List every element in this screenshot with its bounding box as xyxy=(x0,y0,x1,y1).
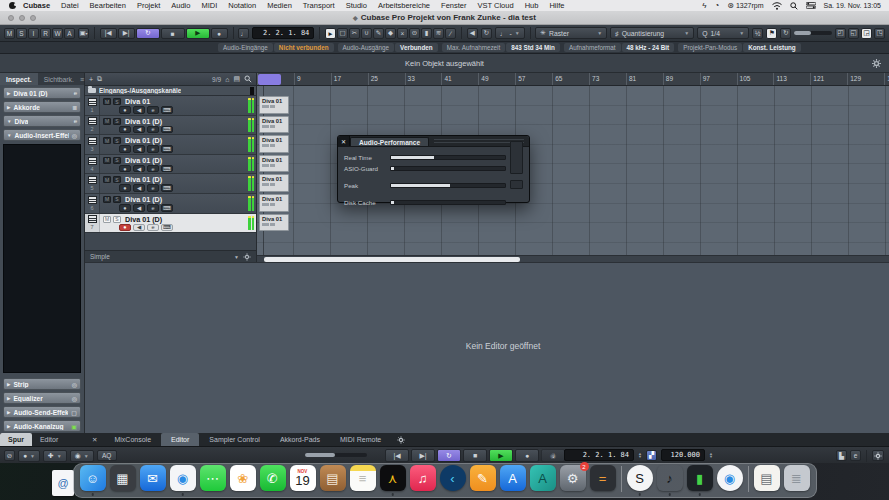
instrument-button[interactable]: ⌨ xyxy=(161,106,173,114)
sync-button[interactable]: e xyxy=(850,450,861,461)
dock-item[interactable]: ◉ xyxy=(170,465,196,491)
monitor-button[interactable]: ◀ xyxy=(133,126,145,134)
mute-button[interactable]: m xyxy=(103,98,111,105)
go-to-start-button[interactable]: |◀ xyxy=(100,28,117,39)
horizontal-scroll-thumb[interactable] xyxy=(264,257,520,262)
instrument-button[interactable]: ⌨ xyxy=(161,126,173,134)
section-action-icon[interactable]: e xyxy=(74,90,77,96)
audio-performance-window[interactable]: ✕ Audio-Performance Real Time xyxy=(337,135,530,203)
zone-toggle-button[interactable]: ◳ xyxy=(874,28,885,39)
time-format-note-icon[interactable]: ♩ xyxy=(552,451,560,460)
instrument-button[interactable]: ⌨ xyxy=(161,224,173,232)
quantize-preset-select[interactable]: Q1/4▼ xyxy=(697,27,749,39)
edit-channel-button[interactable]: e xyxy=(147,184,159,192)
zone-toggle-button[interactable]: ◲ xyxy=(861,28,872,39)
monitor-button[interactable]: ◀ xyxy=(133,165,145,173)
tool-button[interactable]: ✎ xyxy=(373,28,384,39)
section-action-icon[interactable]: ◎ xyxy=(72,395,77,402)
dock-app-icon[interactable]: NOV 19 xyxy=(290,465,316,491)
play-button[interactable]: ▶ xyxy=(489,449,513,462)
monitor-button[interactable]: ◀ xyxy=(133,145,145,153)
info-value[interactable]: Nicht verbunden xyxy=(274,43,334,52)
dock-app-icon[interactable]: S xyxy=(627,465,653,491)
dock-item[interactable]: ☺ xyxy=(80,465,106,491)
midi-part[interactable]: Diva 01 xyxy=(259,135,289,153)
dock-item[interactable]: NOV 19 xyxy=(290,465,316,491)
automation-button[interactable]: S xyxy=(16,28,27,39)
mute-button[interactable]: m xyxy=(103,196,111,203)
automation-button[interactable]: M xyxy=(4,28,15,39)
spotlight-search-icon[interactable] xyxy=(790,2,798,10)
dock-app-icon[interactable]: ◉ xyxy=(170,465,196,491)
menu-item[interactable]: Fenster xyxy=(441,1,466,10)
midi-part[interactable]: Diva 01 xyxy=(259,174,289,192)
audio-performance-titlebar[interactable]: ✕ Audio-Performance xyxy=(338,136,529,147)
dock-item[interactable]: ▮ xyxy=(687,465,713,491)
go-to-end-button[interactable]: ▶| xyxy=(411,449,435,462)
dock-app-icon[interactable]: ❀ xyxy=(230,465,256,491)
dock-item[interactable]: ✎ xyxy=(470,465,496,491)
autoscroll-select[interactable]: ♩-▼ xyxy=(495,27,525,39)
mute-button[interactable]: m xyxy=(103,216,111,223)
record-button[interactable]: ● xyxy=(515,449,539,462)
dock-item[interactable]: ▤ xyxy=(754,465,780,491)
midi-activity-icon[interactable]: ▙ xyxy=(836,450,847,461)
dock-app-icon[interactable]: ▮ xyxy=(687,465,713,491)
mute-button[interactable]: m xyxy=(103,157,111,164)
dock-app-icon[interactable]: ✎ xyxy=(470,465,496,491)
solo-button[interactable]: s xyxy=(113,196,121,203)
stop-button[interactable]: ■ xyxy=(463,449,487,462)
track-name[interactable]: Diva 01 (D) xyxy=(125,117,162,126)
audio-quantize-button[interactable]: AQ xyxy=(97,450,117,461)
fan-speed-indicator[interactable]: ⊛ 1327rpm xyxy=(727,1,763,10)
dock-app-icon[interactable]: A xyxy=(500,465,526,491)
cycle-button[interactable]: ↻ xyxy=(136,28,160,39)
menu-item[interactable]: MIDI xyxy=(201,1,217,10)
play-button[interactable]: ▶ xyxy=(186,28,210,39)
horizontal-scrollbar[interactable] xyxy=(257,255,889,262)
add-track-button[interactable]: + xyxy=(89,76,93,83)
dock-app-icon[interactable]: ✉ xyxy=(140,465,166,491)
dock-app-icon[interactable]: ♫ xyxy=(410,465,436,491)
record-enable-button[interactable]: ● xyxy=(119,106,131,114)
record-enable-button[interactable]: ● xyxy=(119,224,131,232)
mute-button[interactable]: m xyxy=(103,176,111,183)
midi-part[interactable]: Diva 01 xyxy=(259,155,289,173)
tool-button[interactable]: ✂ xyxy=(349,28,360,39)
tempo-track-icon[interactable]: ▞ xyxy=(646,450,657,461)
cycle-locator-range[interactable] xyxy=(258,74,281,85)
tool-button[interactable]: ▮ xyxy=(421,28,432,39)
tool-button[interactable]: ≋ xyxy=(433,28,444,39)
track-name[interactable]: Diva 01 (D) xyxy=(125,215,162,224)
tab-inspector[interactable]: Inspect. xyxy=(0,73,38,85)
metronome-note-icon[interactable]: ♩ xyxy=(238,28,249,39)
marker-mode-select[interactable]: ◉▼ xyxy=(70,450,94,462)
solo-button[interactable]: s xyxy=(113,157,121,164)
lower-zone-tab[interactable]: MIDI Remote xyxy=(330,433,391,446)
event-canvas[interactable]: Diva 01 Diva 01 Diva 01 xyxy=(257,86,889,255)
section-action-icon[interactable]: ◎ xyxy=(72,132,77,139)
dock-item[interactable] xyxy=(747,466,750,492)
monitor-button[interactable]: ◀ xyxy=(133,106,145,114)
monitor-button[interactable]: ◀ xyxy=(133,184,145,192)
automation-button[interactable]: W xyxy=(52,28,63,39)
punch-mode-select[interactable]: ✚▼ xyxy=(43,450,67,462)
control-center-icon[interactable] xyxy=(806,2,816,9)
mute-button[interactable]: m xyxy=(103,137,111,144)
dock-item[interactable]: A xyxy=(500,465,526,491)
edit-channel-button[interactable]: e xyxy=(147,224,159,232)
dock-app-icon[interactable]: ⋯ xyxy=(200,465,226,491)
tool-button[interactable]: × xyxy=(397,28,408,39)
dock-app-icon[interactable]: = xyxy=(590,465,616,491)
monitor-button[interactable]: ◀ xyxy=(133,204,145,212)
midi-part[interactable]: Diva 01 xyxy=(259,194,289,212)
menu-item[interactable]: Audio xyxy=(171,1,190,10)
edit-channel-button[interactable]: e xyxy=(147,204,159,212)
menu-item[interactable]: Notation xyxy=(228,1,256,10)
common-record-modes-icon[interactable]: ⊘ xyxy=(4,450,15,461)
record-enable-button[interactable]: ● xyxy=(119,184,131,192)
dock-item[interactable]: ≡ xyxy=(350,465,376,491)
dock-item[interactable]: ⋏ xyxy=(380,465,406,491)
dock-app-icon[interactable]: ▤ xyxy=(754,465,780,491)
record-enable-button[interactable]: ● xyxy=(119,126,131,134)
